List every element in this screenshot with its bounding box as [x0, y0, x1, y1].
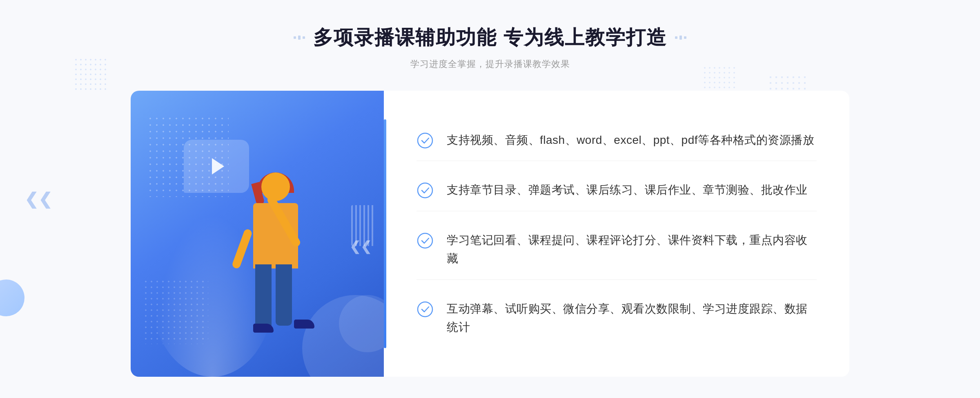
feature-text-3: 学习笔记回看、课程提问、课程评论打分、课件资料下载，重点内容收藏	[447, 231, 817, 268]
title-wrapper: 多项录播课辅助功能 专为线上教学打造	[294, 25, 686, 51]
dots-decoration-left-top	[74, 57, 106, 90]
check-circle-icon-3	[416, 232, 434, 249]
features-panel: 支持视频、音频、flash、word、excel、ppt、pdf等各种格式的资源…	[384, 91, 849, 377]
title-decorator-right	[675, 36, 686, 40]
svg-point-3	[418, 302, 432, 317]
feature-text-1: 支持视频、音频、flash、word、excel、ppt、pdf等各种格式的资源…	[447, 131, 814, 150]
person-arm-down	[231, 228, 253, 270]
title-decorator-left	[294, 36, 305, 40]
check-circle-icon-1	[416, 132, 434, 149]
feature-item-1: 支持视频、音频、flash、word、excel、ppt、pdf等各种格式的资源…	[416, 120, 817, 161]
person-shoe-left	[253, 324, 274, 333]
feature-text-4: 互动弹幕、试听购买、微信分享、观看次数限制、学习进度跟踪、数据统计	[447, 300, 817, 337]
page-container: ❮❮ 多项录播课辅助功能 专为线上教学打造 学习进度全掌握，提升录播课教学效果	[0, 0, 980, 398]
person-head	[261, 172, 290, 201]
illustration-area: ❮❮	[131, 91, 384, 377]
chevron-left-icon[interactable]: ❮❮	[24, 191, 52, 207]
person-leg-left	[255, 264, 272, 330]
chevron-decoration-illus: ❮❮	[350, 239, 372, 254]
person-shoe-right	[294, 320, 314, 329]
svg-point-0	[418, 133, 432, 148]
person-leg-right	[276, 264, 292, 326]
feature-item-4: 互动弹幕、试听购买、微信分享、观看次数限制、学习进度跟踪、数据统计	[416, 288, 817, 348]
svg-point-1	[418, 183, 432, 198]
play-icon	[212, 158, 224, 174]
header-section: 多项录播课辅助功能 专为线上教学打造 学习进度全掌握，提升录播课教学效果	[294, 25, 686, 70]
page-subtitle: 学习进度全掌握，提升录播课教学效果	[294, 58, 686, 70]
feature-item-3: 学习笔记回看、课程提问、课程评论打分、课件资料下载，重点内容收藏	[416, 220, 817, 280]
check-circle-icon-4	[416, 301, 434, 318]
feature-text-2: 支持章节目录、弹题考试、课后练习、课后作业、章节测验、批改作业	[447, 181, 808, 199]
page-title: 多项录播课辅助功能 专为线上教学打造	[313, 25, 666, 51]
main-card: ❮❮	[131, 91, 849, 377]
person-figure	[220, 172, 343, 377]
svg-point-2	[418, 233, 432, 248]
circle-decoration-outside-left	[0, 279, 24, 316]
feature-item-2: 支持章节目录、弹题考试、课后练习、课后作业、章节测验、批改作业	[416, 170, 817, 211]
check-circle-icon-2	[416, 182, 434, 199]
